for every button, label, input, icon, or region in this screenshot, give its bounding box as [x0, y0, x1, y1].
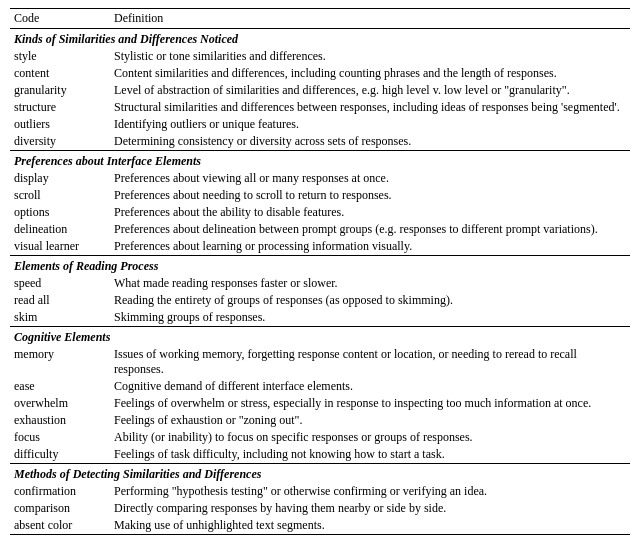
table-row: exhaustion Feelings of exhaustion or "zo… [10, 412, 630, 429]
code-cell: overwhelm [10, 395, 110, 412]
table-row: difficulty Feelings of task difficulty, … [10, 446, 630, 464]
definition-cell: Preferences about learning or processing… [110, 238, 630, 256]
header-definition: Definition [110, 9, 630, 29]
code-cell: structure [10, 99, 110, 116]
definition-cell: What made reading responses faster or sl… [110, 275, 630, 292]
definition-cell: Cognitive demand of different interface … [110, 378, 630, 395]
table-row: memory Issues of working memory, forgett… [10, 346, 630, 378]
code-cell: style [10, 48, 110, 65]
section-title-row: Preferences about Interface Elements [10, 151, 630, 170]
code-cell: scroll [10, 187, 110, 204]
table-row: read all Reading the entirety of groups … [10, 292, 630, 309]
table-row: content Content similarities and differe… [10, 65, 630, 82]
table-row: confirmation Performing "hypothesis test… [10, 483, 630, 500]
table-row: options Preferences about the ability to… [10, 204, 630, 221]
definition-cell: Making use of unhighlighted text segment… [110, 517, 630, 535]
definition-cell: Feelings of overwhelm or stress, especia… [110, 395, 630, 412]
definition-cell: Ability (or inability) to focus on speci… [110, 429, 630, 446]
code-cell: read all [10, 292, 110, 309]
definition-cell: Preferences about viewing all or many re… [110, 170, 630, 187]
table-header: Code Definition [10, 9, 630, 29]
definition-cell: Performing "hypothesis testing" or other… [110, 483, 630, 500]
section-title: Kinds of Similarities and Differences No… [10, 29, 630, 49]
section-title: Elements of Reading Process [10, 256, 630, 275]
definition-cell: Preferences about delineation between pr… [110, 221, 630, 238]
definition-cell: Feelings of task difficulty, including n… [110, 446, 630, 464]
definition-cell: Level of abstraction of similarities and… [110, 82, 630, 99]
table-row: structure Structural similarities and di… [10, 99, 630, 116]
definition-cell: Preferences about needing to scroll to r… [110, 187, 630, 204]
definition-cell: Issues of working memory, forgetting res… [110, 346, 630, 378]
table-row: style Stylistic or tone similarities and… [10, 48, 630, 65]
table-row: comparison Directly comparing responses … [10, 500, 630, 517]
section-title-row: Elements of Reading Process [10, 256, 630, 275]
section-title: Cognitive Elements [10, 327, 630, 346]
code-cell: confirmation [10, 483, 110, 500]
code-cell: outliers [10, 116, 110, 133]
table-row: diversity Determining consistency or div… [10, 133, 630, 151]
table-row: focus Ability (or inability) to focus on… [10, 429, 630, 446]
definition-cell: Structural similarities and differences … [110, 99, 630, 116]
definition-cell: Stylistic or tone similarities and diffe… [110, 48, 630, 65]
code-cell: memory [10, 346, 110, 378]
table-row: granularity Level of abstraction of simi… [10, 82, 630, 99]
table-row: absent color Making use of unhighlighted… [10, 517, 630, 535]
code-cell: ease [10, 378, 110, 395]
table-row: delineation Preferences about delineatio… [10, 221, 630, 238]
code-cell: absent color [10, 517, 110, 535]
section-title-row: Methods of Detecting Similarities and Di… [10, 464, 630, 483]
section-title-row: Kinds of Similarities and Differences No… [10, 29, 630, 49]
code-cell: speed [10, 275, 110, 292]
definition-cell: Feelings of exhaustion or "zoning out". [110, 412, 630, 429]
code-cell: diversity [10, 133, 110, 151]
code-cell: skim [10, 309, 110, 327]
header-code: Code [10, 9, 110, 29]
section-title-row: Cognitive Elements [10, 327, 630, 346]
definition-cell: Reading the entirety of groups of respon… [110, 292, 630, 309]
definition-cell: Determining consistency or diversity acr… [110, 133, 630, 151]
definition-cell: Skimming groups of responses. [110, 309, 630, 327]
table-row: scroll Preferences about needing to scro… [10, 187, 630, 204]
definition-cell: Identifying outliers or unique features. [110, 116, 630, 133]
section-title: Methods of Detecting Similarities and Di… [10, 464, 630, 483]
code-cell: comparison [10, 500, 110, 517]
code-cell: display [10, 170, 110, 187]
code-cell: exhaustion [10, 412, 110, 429]
definition-cell: Content similarities and differences, in… [110, 65, 630, 82]
code-cell: granularity [10, 82, 110, 99]
table-row: overwhelm Feelings of overwhelm or stres… [10, 395, 630, 412]
table-row: speed What made reading responses faster… [10, 275, 630, 292]
definition-cell: Directly comparing responses by having t… [110, 500, 630, 517]
code-cell: content [10, 65, 110, 82]
table-row: outliers Identifying outliers or unique … [10, 116, 630, 133]
definition-cell: Preferences about the ability to disable… [110, 204, 630, 221]
code-cell: options [10, 204, 110, 221]
code-cell: delineation [10, 221, 110, 238]
table-row: visual learner Preferences about learnin… [10, 238, 630, 256]
code-cell: visual learner [10, 238, 110, 256]
table-row: display Preferences about viewing all or… [10, 170, 630, 187]
table-row: skim Skimming groups of responses. [10, 309, 630, 327]
section-title: Preferences about Interface Elements [10, 151, 630, 170]
table-row: ease Cognitive demand of different inter… [10, 378, 630, 395]
code-cell: focus [10, 429, 110, 446]
code-cell: difficulty [10, 446, 110, 464]
